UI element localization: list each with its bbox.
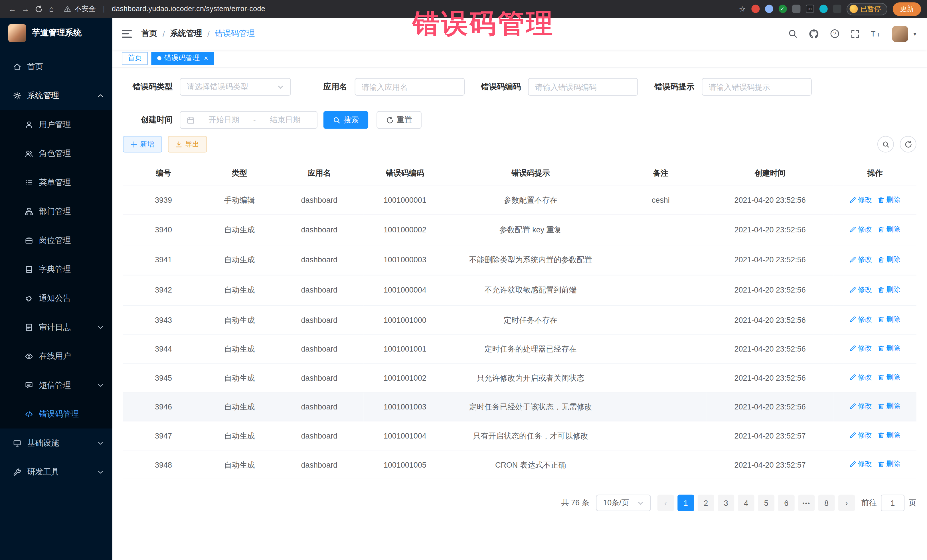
delete-link[interactable]: 删除	[878, 459, 900, 469]
sidebar-item-role[interactable]: 角色管理	[0, 139, 112, 168]
delete-link[interactable]: 删除	[878, 430, 900, 440]
site-security-chip[interactable]: 不安全 | dashboard.yudao.iocoder.cn/system/…	[64, 4, 265, 14]
page-button-6[interactable]: 6	[778, 495, 795, 511]
reset-button[interactable]: 重置	[377, 111, 422, 129]
help-icon[interactable]: ?	[830, 29, 839, 38]
edit-link[interactable]: 修改	[849, 459, 872, 469]
delete-link[interactable]: 删除	[878, 314, 900, 325]
extension-icon-teal[interactable]	[819, 5, 827, 13]
error-hint-input[interactable]	[708, 82, 804, 91]
forward-icon[interactable]: →	[19, 2, 32, 15]
filter-row-2: 创建时间 开始日期 - 结束日期 搜索 重置	[123, 111, 916, 129]
user-avatar[interactable]	[892, 26, 908, 42]
sidebar-item-notice[interactable]: 通知公告	[0, 284, 112, 313]
delete-link[interactable]: 删除	[878, 401, 900, 411]
font-size-icon[interactable]: TT	[871, 29, 881, 38]
search-icon	[881, 140, 889, 148]
sidebar-item-infra[interactable]: 基础设施	[0, 428, 112, 458]
breadcrumb-item[interactable]: 首页	[141, 28, 157, 39]
more-pages-button[interactable]: •••	[798, 495, 815, 511]
github-icon[interactable]	[808, 29, 819, 39]
tab-home[interactable]: 首页	[122, 52, 148, 65]
sidebar-item-home[interactable]: 首页	[0, 52, 112, 81]
edit-link[interactable]: 修改	[849, 314, 872, 325]
sidebar-item-sms[interactable]: 短信管理	[0, 371, 112, 400]
extensions-puzzle-icon[interactable]	[833, 5, 841, 13]
page-button-8[interactable]: 8	[818, 495, 835, 511]
page-button-2[interactable]: 2	[698, 495, 714, 511]
extension-icon-blue[interactable]	[765, 5, 773, 13]
edit-link[interactable]: 修改	[849, 343, 872, 354]
column-header[interactable]: 备注	[615, 161, 707, 186]
column-header[interactable]: 编号	[123, 161, 204, 186]
toggle-search-button[interactable]	[877, 136, 894, 153]
sidebar-item-audit-log[interactable]: 审计日志	[0, 313, 112, 341]
delete-link[interactable]: 删除	[878, 224, 900, 235]
sidebar-item-menu[interactable]: 菜单管理	[0, 168, 112, 197]
close-icon[interactable]: ×	[204, 55, 208, 62]
caret-down-icon[interactable]: ▾	[913, 30, 916, 37]
page-button-3[interactable]: 3	[718, 495, 734, 511]
url-text[interactable]: dashboard.yudao.iocoder.cn/system/error-…	[112, 5, 265, 13]
delete-link[interactable]: 删除	[878, 343, 900, 354]
page-button-5[interactable]: 5	[758, 495, 774, 511]
column-header[interactable]: 操作	[834, 161, 916, 186]
edit-link[interactable]: 修改	[849, 224, 872, 235]
edit-link[interactable]: 修改	[849, 372, 872, 382]
error-type-select[interactable]: 请选择错误码类型	[180, 78, 291, 96]
sidebar-item-online-user[interactable]: 在线用户	[0, 341, 112, 371]
edit-link[interactable]: 修改	[849, 254, 872, 265]
delete-link[interactable]: 删除	[878, 284, 900, 295]
bookmark-star-icon[interactable]: ☆	[739, 5, 746, 14]
sidebar-item-user[interactable]: 用户管理	[0, 110, 112, 139]
column-header[interactable]: 错误码编码	[364, 161, 447, 186]
sidebar-item-post[interactable]: 岗位管理	[0, 226, 112, 255]
extension-icon-bars[interactable]	[792, 5, 800, 13]
cell-actions: 修改删除	[834, 215, 916, 245]
app-name-input[interactable]	[362, 82, 457, 91]
extension-icon-red[interactable]	[751, 5, 759, 13]
sidebar-item-dept[interactable]: 部门管理	[0, 197, 112, 226]
sidebar-item-system[interactable]: 系统管理	[0, 81, 112, 110]
reload-icon[interactable]	[32, 2, 45, 15]
column-header[interactable]: 类型	[204, 161, 275, 186]
back-icon[interactable]: ←	[6, 2, 19, 15]
page-button-4[interactable]: 4	[738, 495, 754, 511]
date-range-picker[interactable]: 开始日期 - 结束日期	[180, 111, 318, 129]
extension-icon-green-check[interactable]: ✓	[778, 5, 787, 13]
page-button-1[interactable]: 1	[678, 495, 694, 511]
edit-link[interactable]: 修改	[849, 284, 872, 295]
cell-time: 2021-04-20 23:52:56	[707, 245, 834, 275]
search-icon[interactable]	[788, 29, 798, 38]
error-code-input[interactable]	[535, 82, 631, 91]
edit-link[interactable]: 修改	[849, 430, 872, 440]
delete-link[interactable]: 删除	[878, 372, 900, 382]
export-button[interactable]: 导出	[168, 136, 207, 153]
delete-link[interactable]: 删除	[878, 254, 900, 265]
delete-link[interactable]: 删除	[878, 194, 900, 205]
sidebar-item-devtools[interactable]: 研发工具	[0, 457, 112, 486]
sidebar-item-dict[interactable]: 字典管理	[0, 255, 112, 284]
search-button[interactable]: 搜索	[324, 111, 369, 129]
add-button[interactable]: 新增	[123, 136, 162, 153]
edit-link[interactable]: 修改	[849, 194, 872, 205]
extension-icon-on-badge[interactable]: on	[805, 5, 814, 13]
menu-toggle-button[interactable]	[122, 30, 132, 38]
column-header[interactable]: 错误码提示	[447, 161, 615, 186]
refresh-table-button[interactable]	[900, 136, 916, 153]
prev-page-button[interactable]: ‹	[658, 495, 674, 511]
edit-link[interactable]: 修改	[849, 401, 872, 411]
profile-paused-pill[interactable]: 已暂停	[846, 3, 887, 15]
sidebar-item-error-code[interactable]: 错误码管理	[0, 399, 112, 428]
goto-page-input[interactable]	[881, 495, 904, 511]
next-page-button[interactable]: ›	[838, 495, 855, 511]
update-button[interactable]: 更新	[893, 2, 921, 16]
column-header[interactable]: 应用名	[275, 161, 364, 186]
tab-error-code[interactable]: 错误码管理×	[152, 52, 214, 65]
column-header[interactable]: 创建时间	[707, 161, 834, 186]
app-logo-row[interactable]: 芋道管理系统	[0, 18, 112, 49]
fullscreen-icon[interactable]	[851, 29, 860, 38]
home-icon[interactable]: ⌂	[45, 2, 58, 15]
breadcrumb-item[interactable]: 系统管理	[170, 28, 202, 39]
page-size-select[interactable]: 10条/页	[596, 495, 651, 511]
